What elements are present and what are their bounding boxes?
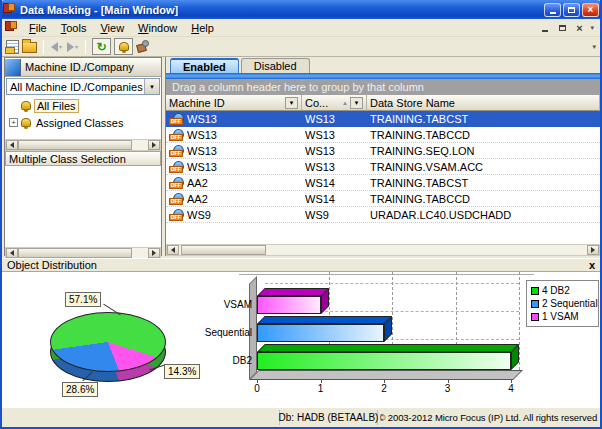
open-report-icon[interactable] [6, 40, 19, 54]
grid-header-row: Machine ID ▼ Co... ▲ ▼ Data Store Name [166, 95, 600, 111]
bar-category-label: VSAM [197, 299, 252, 310]
table-row[interactable]: DFFWS13WS13TRAINING.TABCCD [166, 127, 600, 143]
filter-dropdown-icon[interactable]: ▼ [285, 97, 298, 109]
scroll-left-icon[interactable] [167, 245, 179, 255]
scroll-right-icon[interactable] [148, 140, 160, 150]
chart-legend: 4 DB22 Sequential1 VSAM [526, 280, 599, 327]
menu-item-window[interactable]: Window [131, 20, 184, 36]
tree-item-all-files[interactable]: All Files [5, 97, 161, 114]
x-tick-label: 2 [376, 383, 392, 394]
scrollbar-thumb[interactable] [18, 140, 132, 150]
bar-sequential [257, 324, 384, 342]
object-distribution-title: Object Distribution [7, 259, 589, 271]
cell-data-store-name: TRAINING.VSAM.ACC [367, 161, 600, 173]
table-row[interactable]: DFFWS13WS13TRAINING.SEQ.LON [166, 143, 600, 159]
cell-machine-id-text: WS13 [187, 113, 217, 125]
panel-header-label: Machine ID./Company [25, 61, 134, 73]
tab-enabled[interactable]: Enabled [170, 58, 239, 73]
back-icon [51, 42, 58, 52]
cell-machine-id: DFFWS13 [166, 129, 302, 141]
menu-items: FileToolsViewWindowHelp [22, 20, 221, 36]
legend-label: 1 VSAM [542, 311, 579, 322]
object-distribution-charts: 57.1% 14.3% 28.6% 4 DB22 Sequential1 VSA… [2, 272, 600, 407]
company-filter-value: All Machine ID./Companies [7, 81, 144, 93]
bar-top-face [257, 344, 519, 352]
refresh-icon: ↻ [97, 41, 107, 53]
filter-dropdown-icon[interactable]: ▼ [350, 97, 363, 109]
tree-item-assigned-classes[interactable]: +Assigned Classes [5, 114, 161, 131]
cell-machine-id: DFFWS13 [166, 161, 302, 173]
forward-button[interactable]: ▾ [66, 42, 79, 52]
legend-swatch [531, 300, 539, 308]
groupby-bar[interactable]: Drag a column header here to group by th… [166, 79, 600, 95]
mdi-minimize-button[interactable] [539, 22, 551, 34]
multiple-class-selection-header: Multiple Class Selection [5, 151, 161, 166]
table-row[interactable]: DFFAA2WS14TRAINING.TABCCD [166, 191, 600, 207]
x-tick-label: 1 [313, 383, 329, 394]
menu-item-file[interactable]: File [22, 20, 54, 36]
dff-datastore-icon: DFF [169, 177, 184, 189]
data-store-grid-panel: Enabled Disabled Drag a column header he… [165, 57, 600, 256]
menu-item-tools[interactable]: Tools [54, 20, 94, 36]
tab-disabled[interactable]: Disabled [241, 58, 310, 73]
properties-icon[interactable] [136, 40, 150, 53]
panel-icon [5, 59, 21, 76]
table-row[interactable]: DFFWS9WS9URADAR.LC40.USDCHADD [166, 207, 600, 223]
close-panel-icon[interactable]: x [589, 260, 595, 271]
cell-machine-id-text: WS13 [187, 129, 217, 141]
sort-ascending-icon: ▲ [342, 100, 348, 106]
scroll-left-icon[interactable] [6, 248, 18, 258]
legend-item: 4 DB2 [531, 284, 594, 297]
column-header-company[interactable]: Co... ▲ ▼ [302, 95, 367, 111]
dff-datastore-icon: DFF [169, 129, 184, 141]
scroll-right-icon[interactable] [148, 248, 160, 258]
scroll-left-icon[interactable] [6, 140, 18, 150]
minimize-button[interactable] [544, 3, 561, 17]
toolbar-separator [43, 40, 44, 54]
mdi-close-button[interactable]: × [573, 22, 585, 34]
alarm-bell-icon [119, 42, 129, 51]
close-button[interactable]: × [582, 3, 599, 17]
app-window: Data Masking - [Main Window] × FileTools… [0, 0, 602, 429]
legend-label: 4 DB2 [542, 285, 570, 296]
cell-machine-id: DFFAA2 [166, 193, 302, 205]
bar-category-label: DB2 [197, 355, 252, 366]
panel-header: Machine ID./Company [5, 58, 161, 77]
cell-company: WS9 [302, 209, 367, 221]
open-folder-icon[interactable] [22, 42, 37, 53]
scrollbar-thumb[interactable] [181, 245, 266, 255]
x-tick-label: 4 [503, 383, 519, 394]
bar-db2 [257, 352, 511, 370]
grid-horizontal-scrollbar[interactable] [166, 244, 600, 256]
expand-plus-icon[interactable]: + [9, 118, 18, 127]
legend-label: 2 Sequential [542, 298, 598, 309]
refresh-button[interactable]: ↻ [92, 38, 111, 55]
window-title: Data Masking - [Main Window] [20, 4, 544, 16]
column-header-data-store-name[interactable]: Data Store Name [367, 95, 600, 111]
back-button[interactable]: ▾ [50, 42, 63, 52]
chevron-down-icon[interactable]: ▼ [144, 79, 159, 94]
toolbar-overflow-icon[interactable]: ▾ [592, 43, 596, 51]
cell-machine-id-text: AA2 [187, 193, 208, 205]
mdi-restore-button[interactable] [556, 22, 568, 34]
grid-rows: DFFWS13WS13TRAINING.TABCSTDFFWS13WS13TRA… [166, 111, 600, 223]
table-row[interactable]: DFFWS13WS13TRAINING.VSAM.ACC [166, 159, 600, 175]
cell-machine-id-text: AA2 [187, 177, 208, 189]
table-row[interactable]: DFFWS13WS13TRAINING.TABCST [166, 111, 600, 127]
dff-datastore-icon: DFF [169, 145, 184, 157]
tree-horizontal-scrollbar[interactable] [5, 139, 161, 151]
scroll-right-icon[interactable] [587, 245, 599, 255]
menu-item-help[interactable]: Help [184, 20, 221, 36]
x-tick-label: 3 [440, 383, 456, 394]
cell-machine-id-text: WS13 [187, 161, 217, 173]
restore-button[interactable] [563, 3, 580, 17]
column-header-machine-id[interactable]: Machine ID ▼ [166, 95, 302, 111]
table-row[interactable]: DFFAA2WS14TRAINING.TABCST [166, 175, 600, 191]
scrollbar-thumb[interactable] [18, 248, 132, 258]
company-filter-dropdown[interactable]: All Machine ID./Companies ▼ [6, 78, 160, 95]
multiple-class-selection-list[interactable] [5, 166, 161, 247]
cell-data-store-name: TRAINING.TABCCD [367, 129, 600, 141]
menu-overflow-icon[interactable]: ▾ [590, 24, 594, 32]
alerts-button[interactable] [114, 38, 133, 55]
menu-item-view[interactable]: View [93, 20, 131, 36]
